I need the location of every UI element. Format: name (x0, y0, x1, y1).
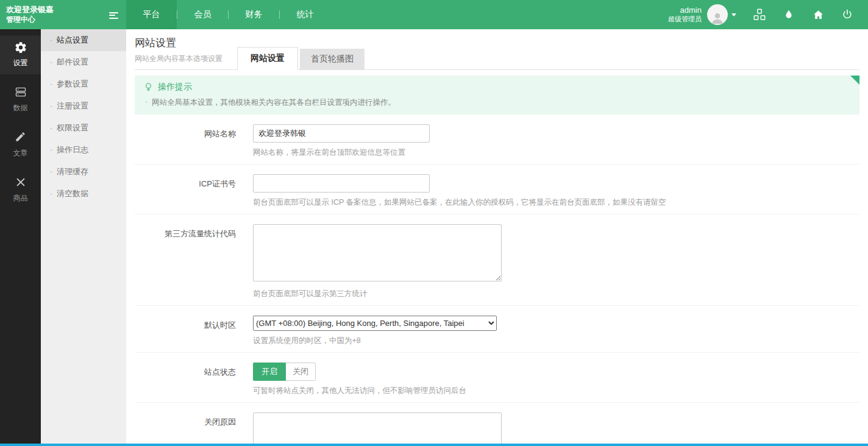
nav-item-platform[interactable]: 平台 (126, 0, 177, 29)
sidebar-item-label: 设置 (0, 58, 41, 68)
nav-item-finance[interactable]: 财务 (229, 0, 279, 29)
site-status-toggle: 开启 关闭 (253, 363, 316, 381)
tip-title: 操作提示 (158, 82, 192, 93)
tab-site-settings[interactable]: 网站设置 (237, 47, 298, 70)
brand-welcome: 欢迎登录银嘉 (6, 5, 54, 15)
sidebar-item-data[interactable]: 数据 (0, 80, 41, 119)
form-row-close-reason: 关闭原因 当网站处于关闭状态时，关闭原因将显示在前台 (135, 403, 859, 446)
bottom-scrollbar[interactable] (0, 444, 868, 446)
site-name-input[interactable] (253, 124, 430, 143)
nav-item-statistics[interactable]: 统计 (280, 0, 330, 29)
page-title-block: 网站设置 网站全局内容基本选项设置 (135, 36, 222, 69)
close-reason-label: 关闭原因 (135, 412, 244, 446)
timezone-select[interactable]: (GMT +08:00) Beijing, Hong Kong, Perth, … (253, 316, 497, 331)
user-icon (710, 10, 725, 25)
form-row-timezone: 默认时区 (GMT +08:00) Beijing, Hong Kong, Pe… (135, 306, 859, 353)
submenu-item-empty-data[interactable]: 清空数据 (41, 183, 126, 205)
menu-toggle-icon[interactable] (109, 10, 118, 20)
bulb-icon (143, 81, 154, 93)
main-content: 网站设置 网站全局内容基本选项设置 网站设置 首页轮播图 操作提示 网站全局基本… (126, 29, 868, 446)
icon-sidebar: 设置 数据 文章 商品 (0, 29, 41, 446)
home-icon[interactable] (803, 0, 833, 29)
submenu-item-operation-log[interactable]: 操作日志 (41, 139, 126, 161)
site-status-label: 站点状态 (135, 363, 244, 396)
sidebar-item-label: 数据 (0, 103, 41, 113)
submenu-item-clear-cache[interactable]: 清理缓存 (41, 161, 126, 183)
icp-input[interactable] (253, 174, 430, 193)
sidebar-item-settings[interactable]: 设置 (0, 35, 41, 74)
timezone-help: 设置系统使用的时区，中国为+8 (253, 336, 497, 346)
timezone-label: 默认时区 (135, 316, 244, 346)
article-icon (0, 131, 41, 146)
sidebar-item-articles[interactable]: 文章 (0, 126, 41, 165)
site-settings-form: 网站名称 网站名称，将显示在前台顶部欢迎信息等位置 ICP证书号 前台页面底部可… (135, 115, 859, 446)
form-row-site-status: 站点状态 开启 关闭 可暂时将站点关闭，其他人无法访问，但不影响管理员访问后台 (135, 353, 859, 403)
icp-help: 前台页面底部可以显示 ICP 备案信息，如果网站已备案，在此输入你的授权码，它将… (253, 197, 666, 208)
submenu-item-register-settings[interactable]: 注册设置 (41, 95, 126, 117)
page-header: 网站设置 网站全局内容基本选项设置 网站设置 首页轮播图 (135, 29, 859, 70)
user-meta: admin 超级管理员 (668, 5, 702, 24)
brand-subtitle: 管理中心 (6, 15, 54, 25)
form-row-site-name: 网站名称 网站名称，将显示在前台顶部欢迎信息等位置 (135, 115, 859, 165)
site-name-help: 网站名称，将显示在前台顶部欢迎信息等位置 (253, 147, 430, 158)
brand-text: 欢迎登录银嘉 管理中心 (6, 5, 54, 24)
analytics-code-textarea[interactable] (253, 224, 502, 281)
page-title: 网站设置 (135, 36, 222, 50)
sidebar-item-label: 文章 (0, 148, 41, 158)
main-nav: 平台 会员 财务 统计 (126, 0, 330, 29)
topbar-right: admin 超级管理员 (668, 0, 868, 29)
modules-icon[interactable] (745, 0, 774, 29)
form-row-analytics: 第三方流量统计代码 前台页面底部可以显示第三方统计 (135, 214, 859, 306)
avatar[interactable] (707, 4, 728, 25)
tab-bar: 网站设置 首页轮播图 (237, 47, 365, 70)
icp-label: ICP证书号 (135, 174, 244, 208)
chevron-down-icon[interactable] (731, 13, 736, 16)
submenu-item-permission-settings[interactable]: 权限设置 (41, 117, 126, 139)
nav-item-members[interactable]: 会员 (177, 0, 228, 29)
site-name-label: 网站名称 (135, 124, 244, 158)
settings-submenu: 站点设置 邮件设置 参数设置 注册设置 权限设置 操作日志 清理缓存 清空数据 (41, 29, 126, 446)
sidebar-item-goods[interactable]: 商品 (0, 171, 41, 210)
analytics-help: 前台页面底部可以显示第三方统计 (253, 289, 502, 299)
theme-drop-icon[interactable] (774, 0, 803, 29)
tip-fold-corner[interactable] (850, 76, 859, 85)
user-role: 超级管理员 (668, 15, 702, 24)
user-name: admin (668, 5, 702, 15)
form-row-icp: ICP证书号 前台页面底部可以显示 ICP 备案信息，如果网站已备案，在此输入你… (135, 165, 859, 214)
data-icon (0, 86, 41, 101)
submenu-item-parameter-settings[interactable]: 参数设置 (41, 73, 126, 95)
sidebar-item-label: 商品 (0, 193, 41, 204)
power-icon[interactable] (833, 0, 862, 29)
submenu-item-mail-settings[interactable]: 邮件设置 (41, 51, 126, 73)
goods-icon (0, 176, 41, 191)
brand: 欢迎登录银嘉 管理中心 (0, 0, 126, 29)
close-reason-textarea[interactable] (253, 412, 502, 446)
site-status-off-button[interactable]: 关闭 (286, 363, 316, 381)
tip-text: 网站全局基本设置，其他模块相关内容在其各自栏目设置项内进行操作。 (135, 96, 859, 115)
tip-box: 操作提示 网站全局基本设置，其他模块相关内容在其各自栏目设置项内进行操作。 (135, 76, 859, 115)
page-subtitle: 网站全局内容基本选项设置 (135, 54, 222, 69)
tip-header: 操作提示 (135, 76, 859, 96)
site-status-on-button[interactable]: 开启 (253, 363, 286, 381)
tab-home-carousel[interactable]: 首页轮播图 (300, 49, 365, 70)
topbar-icon-group (745, 0, 862, 29)
submenu-item-site-settings[interactable]: 站点设置 (41, 29, 126, 51)
topbar: 欢迎登录银嘉 管理中心 平台 会员 财务 统计 admin 超级管理员 (0, 0, 868, 29)
site-status-help: 可暂时将站点关闭，其他人无法访问，但不影响管理员访问后台 (253, 386, 466, 396)
analytics-label: 第三方流量统计代码 (135, 224, 244, 299)
gear-icon (0, 41, 41, 55)
